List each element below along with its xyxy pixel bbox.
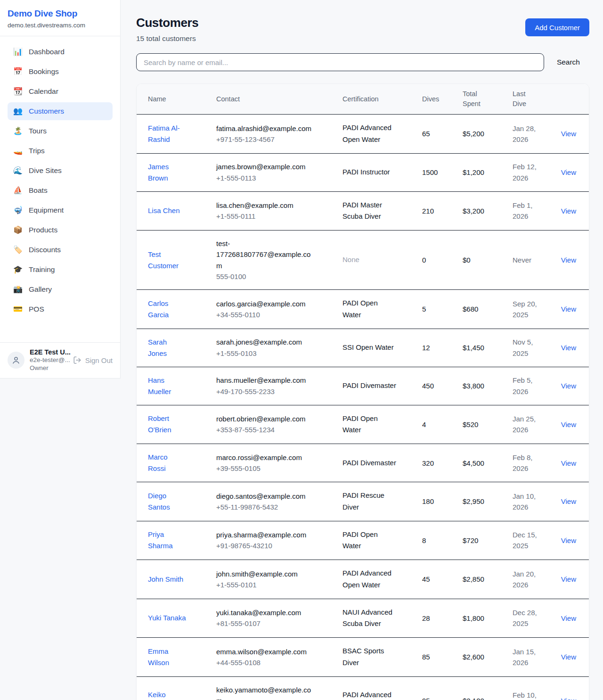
customer-phone: +44-555-0108 xyxy=(216,657,337,668)
bar-chart-icon: 📊 xyxy=(13,48,23,56)
view-customer-link[interactable]: View xyxy=(561,575,576,583)
customer-name-link[interactable]: Keiko Yamamoto xyxy=(148,689,187,700)
customer-total-spent: $4,500 xyxy=(463,444,513,482)
search-input[interactable] xyxy=(136,53,544,71)
graduation-cap-icon: 🎓 xyxy=(13,266,23,273)
customer-last-dive: Feb 10, 2026 xyxy=(513,690,539,700)
sidebar-item-bookings[interactable]: 📅 Bookings xyxy=(8,63,113,81)
customer-last-dive: Jan 25, 2026 xyxy=(513,413,539,436)
view-customer-link[interactable]: View xyxy=(561,614,576,622)
customer-phone: +971-55-123-4567 xyxy=(216,134,337,145)
customer-name-link[interactable]: James Brown xyxy=(148,161,187,184)
customer-total-spent: $2,600 xyxy=(463,638,513,677)
customer-name-link[interactable]: John Smith xyxy=(148,574,183,585)
customer-row: Yuki Tanaka yuki.tanaka@example.com +81-… xyxy=(137,599,589,638)
customer-name-link[interactable]: Lisa Chen xyxy=(148,205,180,216)
sidebar-item-trips[interactable]: 🚤 Trips xyxy=(8,142,113,160)
sidebar-item-tours[interactable]: 🏝️ Tours xyxy=(8,122,113,140)
sidebar-item-dashboard[interactable]: 📊 Dashboard xyxy=(8,43,113,61)
customer-name-link[interactable]: Diego Santos xyxy=(148,490,187,513)
page-title-block: Customers 15 total customers xyxy=(136,16,198,43)
customer-row: Keiko Yamamoto keiko.yamamoto@example.co… xyxy=(137,676,589,700)
customer-total-spent: $520 xyxy=(463,405,513,444)
customer-name-link[interactable]: Priya Sharma xyxy=(148,529,187,552)
search-button[interactable]: Search xyxy=(544,58,589,66)
customer-total-spent: $1,450 xyxy=(463,329,513,367)
customer-last-dive: Jan 10, 2026 xyxy=(513,491,539,513)
customer-phone: +1-555-0113 xyxy=(216,173,337,183)
sidebar-item-pos[interactable]: 💳 POS xyxy=(8,300,113,318)
column-header: Dives xyxy=(422,84,463,115)
sidebar-item-label: Equipment xyxy=(29,206,64,214)
customer-email: marco.rossi@example.com xyxy=(216,452,314,463)
customer-total-spent: $680 xyxy=(463,290,513,329)
customer-total-spent: $5,200 xyxy=(463,115,513,154)
customer-name-link[interactable]: Yuki Tanaka xyxy=(148,612,186,624)
add-customer-button[interactable]: Add Customer xyxy=(525,18,589,36)
customer-dives: 95 xyxy=(422,676,463,700)
view-customer-link[interactable]: View xyxy=(561,536,576,544)
view-customer-link[interactable]: View xyxy=(561,459,576,467)
customer-phone: +353-87-555-1234 xyxy=(216,424,337,435)
users-icon: 👥 xyxy=(13,107,23,115)
customer-email: keiko.yamamoto@example.com xyxy=(216,684,314,700)
customer-certification: SSI Open Water xyxy=(342,342,394,354)
view-customer-link[interactable]: View xyxy=(561,130,576,138)
sidebar-item-equipment[interactable]: 🤿 Equipment xyxy=(8,201,113,219)
customer-last-dive: Sep 20, 2025 xyxy=(513,298,539,321)
view-customer-link[interactable]: View xyxy=(561,207,576,215)
user-role: Owner xyxy=(30,364,68,372)
label-tag-icon: 🏷️ xyxy=(13,246,23,254)
sidebar-item-gallery[interactable]: 📸 Gallery xyxy=(8,280,113,298)
customer-name-link[interactable]: Fatima Al-Rashid xyxy=(148,123,187,145)
customer-name-link[interactable]: Hans Mueller xyxy=(148,375,187,397)
customer-email: fatima.alrashid@example.com xyxy=(216,123,314,134)
view-customer-link[interactable]: View xyxy=(561,344,576,352)
view-customer-link[interactable]: View xyxy=(561,697,576,700)
customer-phone: +91-98765-43210 xyxy=(216,540,337,551)
island-icon: 🏝️ xyxy=(13,127,23,135)
sidebar-item-boats[interactable]: ⛵ Boats xyxy=(8,181,113,199)
view-customer-link[interactable]: View xyxy=(561,653,576,661)
customer-dives: 12 xyxy=(422,329,463,367)
customer-certification: None xyxy=(342,254,359,266)
customer-name-link[interactable]: Emma Wilson xyxy=(148,646,187,668)
table-header-row: NameContactCertificationDivesTotal Spent… xyxy=(137,84,589,115)
sidebar-item-training[interactable]: 🎓 Training xyxy=(8,261,113,279)
main-content: Customers 15 total customers Add Custome… xyxy=(121,0,603,700)
customer-certification: PADI Divemaster xyxy=(342,380,396,392)
customer-certification: BSAC Sports Diver xyxy=(342,645,397,669)
customer-last-dive: Dec 28, 2025 xyxy=(513,607,539,629)
customer-dives: 85 xyxy=(422,638,463,677)
brand-name[interactable]: Demo Dive Shop xyxy=(8,8,113,19)
sidebar-item-customers[interactable]: 👥 Customers xyxy=(8,102,113,120)
sidebar-item-discounts[interactable]: 🏷️ Discounts xyxy=(8,241,113,259)
customer-last-dive: Feb 5, 2026 xyxy=(513,375,539,397)
view-customer-link[interactable]: View xyxy=(561,382,576,390)
user-icon xyxy=(12,356,20,364)
sidebar-item-label: Dashboard xyxy=(29,48,65,56)
calendar-date-icon: 📅 xyxy=(13,68,23,75)
sign-out-button[interactable]: Sign Out xyxy=(73,356,113,364)
customer-last-dive: Nov 5, 2025 xyxy=(513,337,539,359)
customer-email: emma.wilson@example.com xyxy=(216,646,314,657)
customer-name-link[interactable]: Robert O'Brien xyxy=(148,413,187,436)
view-customer-link[interactable]: View xyxy=(561,497,576,505)
customer-name-link[interactable]: Test Customer xyxy=(148,249,187,272)
customer-name-link[interactable]: Marco Rossi xyxy=(148,452,187,474)
view-customer-link[interactable]: View xyxy=(561,420,576,428)
sidebar-item-calendar[interactable]: 📆 Calendar xyxy=(8,82,113,100)
customer-name-link[interactable]: Sarah Jones xyxy=(148,337,187,359)
view-customer-link[interactable]: View xyxy=(561,168,576,176)
user-email: e2e-tester@... xyxy=(30,356,68,364)
sidebar-item-dive-sites[interactable]: 🌊 Dive Sites xyxy=(8,162,113,180)
view-customer-link[interactable]: View xyxy=(561,256,576,264)
customer-phone: +39-555-0105 xyxy=(216,463,337,474)
page-header: Customers 15 total customers Add Custome… xyxy=(136,16,589,43)
view-customer-link[interactable]: View xyxy=(561,305,576,313)
sidebar-item-products[interactable]: 📦 Products xyxy=(8,221,113,239)
column-header: Last Dive xyxy=(513,84,556,115)
customer-email: sarah.jones@example.com xyxy=(216,337,314,347)
customer-name-link[interactable]: Carlos Garcia xyxy=(148,298,187,321)
customer-phone: +1-555-0103 xyxy=(216,348,337,359)
